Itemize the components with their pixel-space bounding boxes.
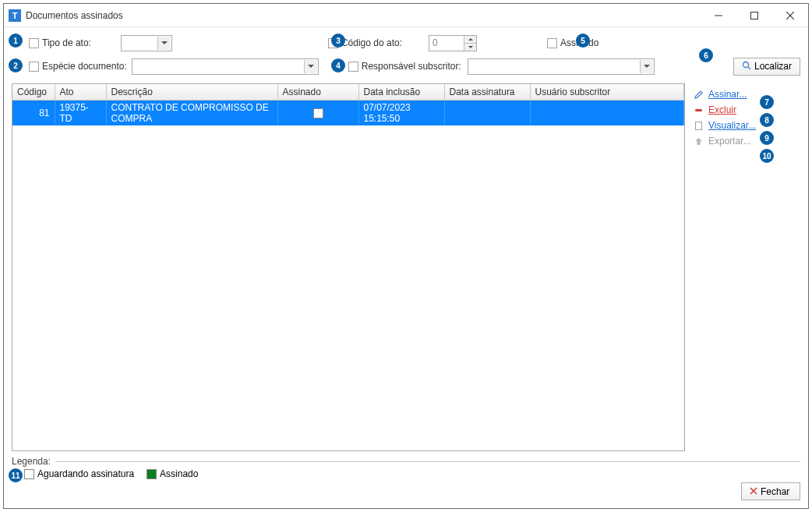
results-table[interactable]: Código Ato Descrição Assinado Data inclu… <box>12 83 685 451</box>
tipo-ato-label: Tipo de ato: <box>42 37 91 48</box>
especie-documento-label: Espécie documento: <box>42 61 127 72</box>
legend-swatch-assinado <box>147 469 157 479</box>
document-icon <box>693 120 704 131</box>
col-data-assinatura[interactable]: Data assinatura <box>444 84 530 101</box>
codigo-ato-label: Código do ato: <box>341 37 402 48</box>
exportar-link[interactable]: Exportar... <box>691 133 800 149</box>
callout-badge-3: 3 <box>331 34 345 48</box>
assinar-link[interactable]: Assinar... <box>691 87 800 102</box>
minimize-button[interactable] <box>701 4 736 27</box>
app-window: T Documentos assinados 1 2 3 4 5 6 7 8 9… <box>3 3 809 509</box>
close-button[interactable] <box>772 4 808 27</box>
localizar-button[interactable]: Localizar <box>733 58 800 76</box>
table-row[interactable]: 81 19375-TD CONTRATO DE COMPROMISSO DE C… <box>12 101 684 126</box>
excluir-link[interactable]: Excluir <box>691 102 800 118</box>
callout-badge-10: 10 <box>760 149 774 163</box>
chevron-down-icon <box>157 37 171 50</box>
exportar-label: Exportar... <box>708 136 751 147</box>
legend-title: Legenda: <box>12 456 51 467</box>
cell-data-inclusao: 07/07/2023 15:15:50 <box>358 101 444 126</box>
legend-separator <box>55 461 800 462</box>
callout-badge-2: 2 <box>9 58 23 72</box>
main-area: Código Ato Descrição Assinado Data inclu… <box>12 83 800 451</box>
maximize-button[interactable] <box>736 4 772 27</box>
bottom-bar: Fechar <box>12 482 800 500</box>
responsavel-subscritor-label: Responsável subscritor: <box>362 61 461 72</box>
export-icon <box>693 136 704 147</box>
legend-aguardando-label: Aguardando assinatura <box>37 468 134 479</box>
col-ato[interactable]: Ato <box>55 84 106 101</box>
delete-icon <box>693 104 704 115</box>
cell-codigo: 81 <box>12 101 55 126</box>
cell-assinado <box>277 101 358 126</box>
codigo-ato-spinner[interactable] <box>429 35 477 51</box>
responsavel-subscritor-combo[interactable] <box>468 58 655 75</box>
spinner-down-button[interactable] <box>464 44 476 51</box>
row-assinado-checkbox[interactable] <box>313 108 323 118</box>
responsavel-subscritor-checkbox[interactable] <box>348 62 358 72</box>
col-descricao[interactable]: Descrição <box>106 84 277 101</box>
chevron-down-icon <box>304 60 317 73</box>
titlebar: T Documentos assinados <box>4 4 808 27</box>
especie-documento-checkbox[interactable] <box>29 62 39 72</box>
svg-rect-1 <box>751 12 758 19</box>
callout-badge-5: 5 <box>576 34 590 48</box>
search-icon <box>742 61 751 72</box>
codigo-ato-input[interactable] <box>429 37 464 48</box>
spinner-buttons <box>464 36 476 51</box>
filter-row-1: Tipo de ato: Código do ato: <box>12 34 800 52</box>
chevron-down-icon <box>640 60 653 73</box>
fechar-label: Fechar <box>761 486 789 497</box>
cell-data-assinatura <box>444 101 530 126</box>
svg-rect-7 <box>695 122 701 129</box>
legend-assinado-label: Assinado <box>160 468 198 479</box>
svg-line-5 <box>748 67 750 69</box>
legend-aguardando: Aguardando assinatura <box>24 468 134 479</box>
callout-badge-8: 8 <box>760 113 774 127</box>
tipo-ato-checkbox[interactable] <box>29 38 39 48</box>
content-area: 1 2 3 4 5 6 7 8 9 10 11 Tipo de ato: Cód… <box>4 27 808 508</box>
table-header-row: Código Ato Descrição Assinado Data inclu… <box>12 84 684 101</box>
cell-usuario-subscritor <box>530 101 684 126</box>
col-assinado[interactable]: Assinado <box>277 84 358 101</box>
col-usuario-subscritor[interactable]: Usuário subscritor <box>530 84 684 101</box>
legend-swatch-aguardando <box>24 469 34 479</box>
callout-badge-11: 11 <box>9 468 23 482</box>
window-title: Documentos assinados <box>26 10 701 21</box>
svg-point-4 <box>743 62 749 67</box>
callout-badge-9: 9 <box>760 131 774 145</box>
localizar-label: Localizar <box>754 61 792 72</box>
tipo-ato-combo[interactable] <box>121 35 172 51</box>
side-actions-panel: Assinar... Excluir Visualizar... <box>691 83 800 451</box>
window-controls <box>701 4 808 27</box>
callout-badge-4: 4 <box>331 58 345 72</box>
app-icon: T <box>9 9 21 22</box>
col-codigo[interactable]: Código <box>12 84 55 101</box>
callout-badge-7: 7 <box>760 95 774 109</box>
assinar-label: Assinar... <box>708 89 747 100</box>
legend-row: Aguardando assinatura Assinado <box>24 468 800 479</box>
pencil-icon <box>693 89 704 100</box>
spinner-up-button[interactable] <box>464 36 476 44</box>
legend-assinado: Assinado <box>147 468 198 479</box>
svg-rect-6 <box>695 109 702 111</box>
assinado-checkbox[interactable] <box>547 38 557 48</box>
close-icon <box>750 486 757 497</box>
callout-badge-6: 6 <box>699 48 713 62</box>
excluir-label: Excluir <box>708 104 736 115</box>
cell-descricao: CONTRATO DE COMPROMISSO DE COMPRA <box>106 101 277 126</box>
visualizar-link[interactable]: Visualizar... <box>691 118 800 133</box>
cell-ato: 19375-TD <box>55 101 106 126</box>
fechar-button[interactable]: Fechar <box>741 482 800 500</box>
col-data-inclusao[interactable]: Data inclusão <box>358 84 444 101</box>
filter-row-2: Espécie documento: Responsável subscrito… <box>12 57 800 76</box>
callout-badge-1: 1 <box>9 34 23 48</box>
visualizar-label: Visualizar... <box>708 120 756 131</box>
especie-documento-combo[interactable] <box>132 58 319 75</box>
